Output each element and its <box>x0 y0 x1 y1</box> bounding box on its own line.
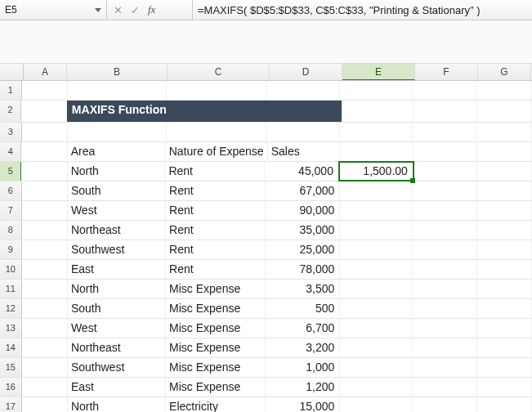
cell[interactable] <box>413 319 476 338</box>
cell-nature[interactable]: Rent <box>166 201 266 220</box>
cell-area[interactable]: Northeast <box>68 221 166 240</box>
cell-nature[interactable]: Misc Expense <box>166 299 266 318</box>
cell[interactable] <box>340 201 413 220</box>
cell-area[interactable]: East <box>68 378 166 396</box>
row-header[interactable]: 10 <box>0 260 22 279</box>
header-area[interactable]: Area <box>68 142 166 161</box>
selected-cell[interactable]: 1,500.00 <box>339 162 414 181</box>
col-header-C[interactable]: C <box>168 64 270 80</box>
cell[interactable] <box>22 338 68 357</box>
row-header[interactable]: 5 <box>0 162 21 181</box>
cancel-icon[interactable]: ✕ <box>114 4 123 16</box>
cell[interactable] <box>478 101 532 122</box>
cell[interactable] <box>413 123 476 141</box>
cell[interactable] <box>22 260 68 279</box>
cell-area[interactable]: South <box>68 299 166 318</box>
cell[interactable] <box>477 201 532 220</box>
cell[interactable] <box>477 221 532 240</box>
cell[interactable] <box>477 358 532 377</box>
cell[interactable] <box>21 162 67 181</box>
cell[interactable] <box>413 221 476 240</box>
row-header[interactable]: 3 <box>0 123 22 141</box>
cell[interactable] <box>22 397 68 412</box>
select-all-corner[interactable] <box>0 64 24 80</box>
chevron-down-icon[interactable] <box>95 8 101 12</box>
cell[interactable] <box>413 81 476 100</box>
cell[interactable] <box>413 299 476 318</box>
cell-area[interactable]: North <box>68 162 166 181</box>
insert-function-icon[interactable]: fx <box>148 3 155 16</box>
col-header-G[interactable]: G <box>478 64 531 80</box>
cell[interactable] <box>477 240 532 259</box>
enter-icon[interactable]: ✓ <box>131 4 140 16</box>
cell[interactable] <box>22 280 68 298</box>
title-cell-span[interactable] <box>269 101 342 122</box>
cell[interactable] <box>340 299 413 318</box>
title-cell[interactable]: MAXIFS Function <box>67 101 170 122</box>
cell-nature[interactable]: Misc Expense <box>166 338 266 357</box>
cell[interactable] <box>477 299 532 318</box>
cell-sales[interactable]: 67,000 <box>266 181 340 200</box>
title-cell-span[interactable] <box>170 101 269 122</box>
cell-sales[interactable]: 35,000 <box>266 221 340 240</box>
cell[interactable] <box>413 280 476 298</box>
row-header[interactable]: 17 <box>0 397 22 412</box>
cell-sales[interactable]: 3,200 <box>266 338 340 357</box>
row-header[interactable]: 1 <box>0 81 22 100</box>
col-header-D[interactable]: D <box>270 64 342 80</box>
row-header[interactable]: 8 <box>0 221 22 240</box>
cell[interactable] <box>477 162 532 181</box>
cell-sales[interactable]: 90,000 <box>266 201 340 220</box>
cell[interactable] <box>340 378 413 396</box>
cell[interactable] <box>266 81 339 100</box>
cell[interactable] <box>340 81 413 100</box>
cell-area[interactable]: Southwest <box>68 240 166 259</box>
cell-nature[interactable]: Rent <box>165 162 265 181</box>
row-header[interactable]: 13 <box>0 319 22 338</box>
cell-nature[interactable]: Misc Expense <box>166 358 266 377</box>
row-header[interactable]: 14 <box>0 338 22 357</box>
cell-sales[interactable]: 25,000 <box>266 240 340 259</box>
row-header[interactable]: 11 <box>0 280 22 298</box>
cell[interactable] <box>341 142 414 161</box>
row-header[interactable]: 12 <box>0 299 22 318</box>
cell-sales[interactable]: 45,000 <box>265 162 339 181</box>
cell[interactable] <box>22 358 68 377</box>
cell[interactable] <box>476 81 532 100</box>
fill-handle-icon[interactable] <box>410 178 415 183</box>
cell[interactable] <box>21 142 67 161</box>
cell[interactable] <box>414 101 477 122</box>
col-header-F[interactable]: F <box>415 64 478 80</box>
row-header[interactable]: 16 <box>0 378 22 396</box>
cell[interactable] <box>167 123 266 141</box>
col-header-E[interactable]: E <box>342 64 415 80</box>
cell[interactable] <box>340 319 413 338</box>
cell[interactable] <box>413 181 476 200</box>
cell-area[interactable]: West <box>68 201 166 220</box>
cell-area[interactable]: South <box>68 181 166 200</box>
cell[interactable] <box>340 260 413 279</box>
row-header[interactable]: 6 <box>0 181 22 200</box>
cell[interactable] <box>340 280 413 298</box>
col-header-A[interactable]: A <box>24 64 67 80</box>
cell-area[interactable]: North <box>68 397 166 412</box>
cell[interactable] <box>413 240 476 259</box>
cell[interactable] <box>266 123 339 141</box>
cell[interactable] <box>340 397 413 412</box>
cell[interactable] <box>477 319 532 338</box>
cell-area[interactable]: North <box>68 280 166 298</box>
row-header[interactable]: 15 <box>0 358 22 377</box>
cell-nature[interactable]: Misc Expense <box>166 378 266 396</box>
name-box[interactable]: E5 <box>0 0 107 20</box>
cell[interactable] <box>22 181 68 200</box>
cell[interactable] <box>22 299 68 318</box>
cell[interactable] <box>22 319 68 338</box>
cell-nature[interactable]: Rent <box>166 260 266 279</box>
cell[interactable] <box>477 181 532 200</box>
cell[interactable] <box>22 123 69 141</box>
row-header[interactable]: 7 <box>0 201 22 220</box>
cell[interactable] <box>476 123 532 141</box>
header-nature[interactable]: Nature of Expense <box>166 142 268 161</box>
col-header-B[interactable]: B <box>67 64 168 80</box>
cell[interactable] <box>167 81 266 100</box>
